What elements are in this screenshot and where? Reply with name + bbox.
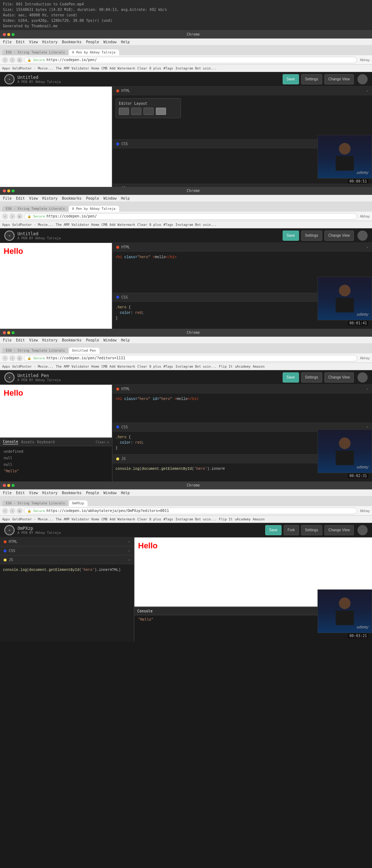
bm-apps-3[interactable]: Apps: [2, 365, 10, 368]
menu-edit-2[interactable]: Edit: [16, 196, 25, 200]
menu-history-4[interactable]: History: [42, 491, 57, 495]
menu-window[interactable]: Window: [104, 40, 117, 44]
change-view-button-4[interactable]: Change View: [324, 525, 354, 535]
bm-home-3[interactable]: Home: [92, 365, 100, 368]
layout-opt-3[interactable]: [143, 108, 154, 115]
tab-inactive-2[interactable]: ES6 - String Template Literals: [2, 206, 69, 212]
bm-gp-3[interactable]: GoldPoster - Movie...: [12, 365, 54, 368]
bm-udemy-3[interactable]: uAcademy: [235, 365, 250, 368]
menu-bookmarks-2[interactable]: Bookmarks: [62, 196, 81, 200]
bm-flip-3[interactable]: Flip It: [219, 365, 233, 368]
bm-flip-4[interactable]: Flip It: [219, 517, 233, 521]
bm-amp-4[interactable]: The AMP Validator: [56, 517, 89, 521]
layout-opt-4[interactable]: [156, 108, 166, 115]
address-bar-2[interactable]: 🔒 Secure https://codepen.io/pen/: [24, 213, 357, 220]
save-button-4[interactable]: Save: [265, 525, 282, 535]
bm-clear-3[interactable]: Clear: [137, 365, 147, 368]
html-content-3[interactable]: <h1 class="hero" id="hero" >Hello</h1>: [113, 393, 372, 415]
address-bar[interactable]: 🔒 Secure https://codepen.io/pen/: [24, 57, 357, 63]
user-profile[interactable]: Abhay: [360, 58, 370, 62]
menu-view-3[interactable]: View: [29, 338, 38, 342]
minimize-dot-4[interactable]: [7, 484, 10, 487]
forward-button[interactable]: ›: [9, 57, 15, 63]
change-view-button[interactable]: Change View: [324, 74, 354, 84]
menu-file-4[interactable]: File: [3, 491, 12, 495]
change-view-button-2[interactable]: Change View: [324, 231, 354, 241]
menu-bookmarks[interactable]: Bookmarks: [62, 40, 81, 44]
bm-8plus-2[interactable]: 8 plus: [149, 223, 161, 227]
address-bar-3[interactable]: 🔒 Secure https://codepen.io/pen/?editors…: [24, 355, 357, 361]
menu-edit-4[interactable]: Edit: [16, 491, 25, 495]
menu-view[interactable]: View: [29, 40, 38, 44]
layout-opt-1[interactable]: [119, 108, 129, 115]
minimize-dot-2[interactable]: [7, 189, 10, 192]
console-close-btn-3[interactable]: ✕: [107, 440, 109, 444]
menu-help-3[interactable]: Help: [121, 338, 130, 342]
bm-8plus-4[interactable]: 8 plus: [149, 517, 161, 521]
tab-inactive-1[interactable]: ES6 - String Template Literals: [2, 49, 69, 55]
change-view-button-3[interactable]: Change View: [324, 372, 354, 383]
bm-watermark-4[interactable]: Add Watermark: [110, 517, 135, 521]
menu-history[interactable]: History: [42, 40, 57, 44]
menu-file-2[interactable]: File: [3, 196, 12, 200]
close-dot-4[interactable]: [3, 484, 6, 487]
maximize-dot-3[interactable]: [12, 331, 15, 334]
keyboard-tab-3[interactable]: Keyboard: [37, 440, 54, 444]
fork-button-4[interactable]: Fork: [284, 525, 299, 535]
bm-gp-2[interactable]: GoldPoster - Movie...: [12, 223, 54, 227]
settings-button-3[interactable]: Settings: [301, 372, 322, 383]
minimize-dot-3[interactable]: [7, 331, 10, 334]
menu-window-2[interactable]: Window: [104, 196, 117, 200]
save-button-2[interactable]: Save: [283, 231, 299, 241]
menu-people-3[interactable]: People: [86, 338, 99, 342]
console-clear-btn-3[interactable]: Clear: [96, 440, 105, 444]
forward-button-3[interactable]: ›: [9, 355, 15, 361]
bm-watermark-2[interactable]: Add Watermark: [110, 223, 135, 227]
user-profile-2[interactable]: Abhay: [360, 215, 370, 218]
settings-button-4[interactable]: Settings: [301, 525, 322, 535]
back-button-3[interactable]: ‹: [2, 355, 8, 361]
menu-file[interactable]: File: [3, 40, 12, 44]
html-content-2[interactable]: <h1 class="hero" >Hello</h1>: [113, 252, 372, 273]
menu-help[interactable]: Help: [121, 40, 130, 44]
bm-tags-3[interactable]: #Tags: [163, 365, 173, 368]
maximize-dot-4[interactable]: [12, 484, 15, 487]
tab-active-4[interactable]: OmPXzp: [69, 500, 88, 506]
tab-active-1[interactable]: A Pen by Abhay Talreja: [69, 49, 119, 55]
tab-inactive-3[interactable]: ES6 - String Template Literals: [2, 348, 69, 353]
bm-home-2[interactable]: Home: [92, 223, 100, 227]
close-dot[interactable]: [3, 33, 6, 36]
bm-gp-4[interactable]: GoldPoster - Movie...: [12, 517, 54, 521]
back-button-4[interactable]: ‹: [2, 508, 8, 514]
bm-8plus-3[interactable]: 8 plus: [149, 365, 161, 368]
bm-cmb-4[interactable]: CMB: [101, 517, 107, 521]
assets-tab-3[interactable]: Assets: [21, 440, 34, 444]
bm-instagram-2[interactable]: Instagram Bot usin...: [175, 223, 217, 227]
menu-bookmarks-3[interactable]: Bookmarks: [62, 338, 81, 342]
bookmark-watermark[interactable]: Add Watermark: [110, 67, 135, 70]
menu-edit-3[interactable]: Edit: [16, 338, 25, 342]
menu-view-2[interactable]: View: [29, 196, 38, 200]
save-button-3[interactable]: Save: [283, 372, 299, 383]
close-dot-3[interactable]: [3, 331, 6, 334]
bm-cmb-3[interactable]: CMB: [101, 365, 107, 368]
menu-file-3[interactable]: File: [3, 338, 12, 342]
menu-edit[interactable]: Edit: [16, 40, 25, 44]
bookmark-apps[interactable]: Apps: [2, 67, 10, 70]
bm-apps-4[interactable]: Apps: [2, 517, 10, 521]
js-content-4[interactable]: console.log(document.getElementById('her…: [0, 564, 134, 586]
bm-tags-2[interactable]: #Tags: [163, 223, 173, 227]
minimize-dot[interactable]: [7, 33, 10, 36]
forward-button-4[interactable]: ›: [9, 508, 15, 514]
menu-history-2[interactable]: History: [42, 196, 57, 200]
menu-people[interactable]: People: [86, 40, 99, 44]
tab-active-2[interactable]: A Pen by Abhay Talreja: [69, 206, 119, 212]
menu-window-3[interactable]: Window: [104, 338, 117, 342]
bm-home-4[interactable]: Home: [92, 517, 100, 521]
refresh-button[interactable]: ↻: [17, 57, 23, 63]
settings-button-2[interactable]: Settings: [301, 231, 322, 241]
bm-amp-3[interactable]: The AMP Validator: [56, 365, 89, 368]
bm-instagram-3[interactable]: Instagram Bot usin...: [175, 365, 217, 368]
user-profile-3[interactable]: Abhay: [360, 356, 370, 360]
menu-window-4[interactable]: Window: [104, 491, 117, 495]
